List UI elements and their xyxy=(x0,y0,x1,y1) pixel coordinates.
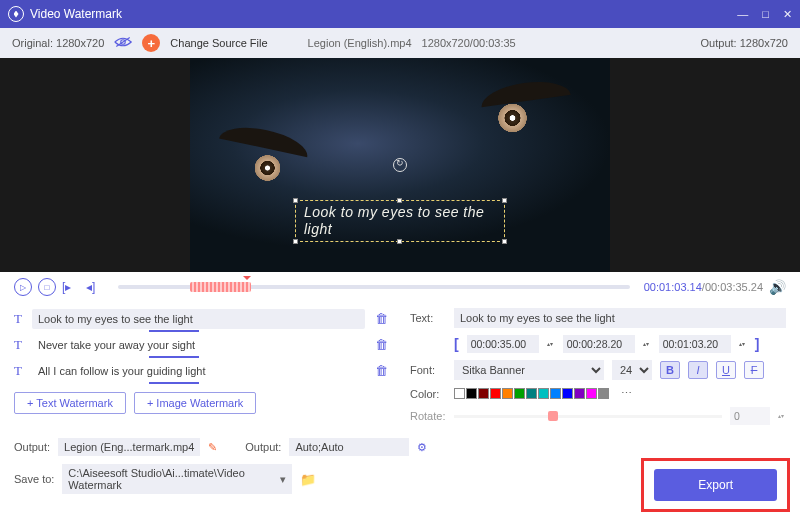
watermark-overlay-text: Look to my eyes to see the light xyxy=(304,204,484,237)
app-title: Video Watermark xyxy=(30,7,122,21)
text-type-icon: T xyxy=(14,363,26,379)
color-swatch[interactable] xyxy=(598,388,609,399)
delete-watermark-button[interactable]: 🗑 xyxy=(375,337,388,352)
range-end-icon[interactable]: ] xyxy=(755,336,760,352)
stepper-icon[interactable]: ▴▾ xyxy=(739,342,745,347)
bold-button[interactable]: B xyxy=(660,361,680,379)
timeline-scrubber[interactable] xyxy=(118,285,630,289)
font-family-select[interactable]: Sitka Banner xyxy=(454,360,604,380)
edit-output-icon[interactable]: ✎ xyxy=(208,441,217,454)
source-info: 1280x720/00:03:35 xyxy=(422,37,516,49)
stepper-icon[interactable]: ▴▾ xyxy=(547,342,553,347)
time-start-input[interactable] xyxy=(467,335,539,353)
text-type-icon: T xyxy=(14,337,26,353)
color-swatch[interactable] xyxy=(454,388,465,399)
app-logo-icon xyxy=(8,6,24,22)
time-duration-input[interactable] xyxy=(563,335,635,353)
watermark-item-text[interactable]: Look to my eyes to see the light xyxy=(32,309,365,329)
rotate-handle-icon[interactable] xyxy=(393,158,407,172)
output-resolution: Output: 1280x720 xyxy=(701,37,788,49)
underline-button[interactable]: U xyxy=(716,361,736,379)
mark-in-button[interactable]: [▸ xyxy=(62,280,80,294)
info-bar: Original: 1280x720 + Change Source File … xyxy=(0,28,800,58)
delete-watermark-button[interactable]: 🗑 xyxy=(375,363,388,378)
color-swatch[interactable] xyxy=(514,388,525,399)
watermark-text-input[interactable] xyxy=(454,308,786,328)
color-swatch[interactable] xyxy=(574,388,585,399)
color-swatch[interactable] xyxy=(586,388,597,399)
titlebar: Video Watermark — □ ✕ xyxy=(0,0,800,28)
output-filename: Legion (Eng...termark.mp4 xyxy=(58,438,200,456)
minimize-button[interactable]: — xyxy=(737,8,748,21)
rotate-input[interactable] xyxy=(730,407,770,425)
range-start-icon[interactable]: [ xyxy=(454,336,459,352)
output-label-2: Output: xyxy=(245,441,281,453)
text-label: Text: xyxy=(410,312,446,324)
change-source-link[interactable]: Change Source File xyxy=(170,37,267,49)
color-swatch[interactable] xyxy=(538,388,549,399)
color-swatch[interactable] xyxy=(550,388,561,399)
font-label: Font: xyxy=(410,364,446,376)
timeline-segment[interactable] xyxy=(190,282,251,292)
output-label: Output: xyxy=(14,441,50,453)
volume-icon[interactable]: 🔊 xyxy=(769,279,786,295)
add-source-button[interactable]: + xyxy=(142,34,160,52)
source-filename: Legion (English).mp4 xyxy=(308,37,412,49)
timecode: 00:01:03.14/00:03:35.24 xyxy=(644,281,763,293)
watermark-overlay[interactable]: Look to my eyes to see the light xyxy=(295,200,505,242)
color-swatch[interactable] xyxy=(478,388,489,399)
export-highlight: Export xyxy=(641,458,790,512)
strikethrough-button[interactable]: F xyxy=(744,361,764,379)
more-colors-button[interactable]: ⋯ xyxy=(621,387,632,400)
save-path-dropdown[interactable]: C:\Aiseesoft Studio\Ai...timate\Video Wa… xyxy=(62,464,292,494)
color-swatches xyxy=(454,388,609,399)
watermark-item-text[interactable]: Never take your away your sight xyxy=(32,335,365,355)
color-swatch[interactable] xyxy=(490,388,501,399)
rotate-label: Rotate: xyxy=(410,410,446,422)
italic-button[interactable]: I xyxy=(688,361,708,379)
color-swatch[interactable] xyxy=(526,388,537,399)
watermark-list: TLook to my eyes to see the light🗑 TNeve… xyxy=(0,302,400,432)
play-button[interactable]: ▷ xyxy=(14,278,32,296)
watermark-item-text[interactable]: All I can follow is your guiding light xyxy=(32,361,365,381)
color-label: Color: xyxy=(410,388,446,400)
font-size-select[interactable]: 24 xyxy=(612,360,652,380)
stepper-icon[interactable]: ▴▾ xyxy=(643,342,649,347)
mark-out-button[interactable]: ◂] xyxy=(86,280,104,294)
preview-toggle-icon[interactable] xyxy=(114,35,132,51)
close-button[interactable]: ✕ xyxy=(783,8,792,21)
output-settings-icon[interactable]: ⚙ xyxy=(417,441,427,454)
video-preview[interactable]: Look to my eyes to see the light xyxy=(0,58,800,272)
open-folder-icon[interactable]: 📁 xyxy=(300,472,316,487)
add-text-watermark-button[interactable]: + Text Watermark xyxy=(14,392,126,414)
output-resolution-field: Auto;Auto xyxy=(289,438,409,456)
stepper-icon[interactable]: ▴▾ xyxy=(778,414,784,419)
add-image-watermark-button[interactable]: + Image Watermark xyxy=(134,392,256,414)
save-to-label: Save to: xyxy=(14,473,54,485)
properties-panel: Text: [ ▴▾ ▴▾ ▴▾ ] Font: Sitka Banner 24… xyxy=(400,302,800,432)
maximize-button[interactable]: □ xyxy=(762,8,769,21)
stop-button[interactable]: □ xyxy=(38,278,56,296)
playback-controls: ▷ □ [▸ ◂] 00:01:03.14/00:03:35.24 🔊 xyxy=(0,272,800,302)
color-swatch[interactable] xyxy=(562,388,573,399)
color-swatch[interactable] xyxy=(502,388,513,399)
delete-watermark-button[interactable]: 🗑 xyxy=(375,311,388,326)
time-end-input[interactable] xyxy=(659,335,731,353)
text-type-icon: T xyxy=(14,311,26,327)
color-swatch[interactable] xyxy=(466,388,477,399)
original-resolution: Original: 1280x720 xyxy=(12,37,104,49)
export-button[interactable]: Export xyxy=(654,469,777,501)
